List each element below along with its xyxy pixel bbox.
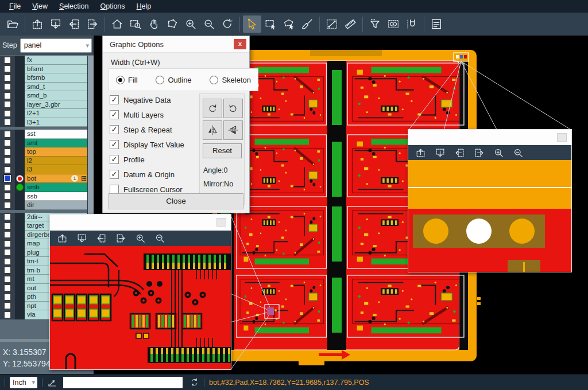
layer-visibility-checkbox[interactable]	[4, 119, 11, 126]
layer-name[interactable]: dir	[25, 201, 87, 210]
checkbox-icon[interactable]	[110, 155, 119, 164]
option-checkbox-row[interactable]: Multi Layers	[110, 107, 197, 122]
layer-name[interactable]: smd_t	[25, 83, 87, 92]
layer-name[interactable]: smd_b	[25, 91, 87, 100]
zoom-in-icon[interactable]	[135, 233, 146, 244]
rotate-cw-button[interactable]	[203, 99, 222, 118]
layer-visibility-checkbox[interactable]	[4, 213, 11, 220]
option-checkbox-row[interactable]: Profile	[110, 152, 197, 167]
select-cursor-button[interactable]	[243, 15, 261, 33]
layer-visibility-checkbox[interactable]	[4, 311, 11, 318]
refresh-icon[interactable]	[189, 377, 199, 387]
radio-icon[interactable]	[210, 76, 218, 84]
layer-name[interactable]: top	[25, 147, 87, 157]
option-checkbox-row[interactable]: Display Text Value	[110, 137, 197, 152]
option-checkbox-row[interactable]: Datum & Origin	[110, 167, 197, 182]
page-right-icon[interactable]	[474, 147, 485, 158]
dialog-titlebar[interactable]: Graphic Options x	[103, 36, 249, 53]
zoom-detail-view[interactable]	[408, 160, 571, 272]
layer-visibility-checkbox[interactable]	[4, 149, 11, 155]
zoom-window-button[interactable]	[126, 15, 145, 33]
zoom-polygon-button[interactable]	[163, 15, 181, 33]
layer-name[interactable]: l3	[25, 165, 87, 174]
radio-icon[interactable]	[116, 76, 125, 84]
layer-visibility-checkbox[interactable]	[4, 83, 11, 90]
layer-name[interactable]: smb	[25, 183, 87, 192]
page-right-button[interactable]	[83, 15, 102, 33]
window-button[interactable]	[216, 218, 226, 227]
checkbox-icon[interactable]	[110, 110, 119, 119]
filter-button[interactable]	[366, 15, 384, 33]
layer-visibility-checkbox[interactable]	[4, 240, 11, 247]
open-file-button[interactable]	[3, 15, 22, 33]
layer-visibility-checkbox[interactable]	[4, 139, 11, 146]
measure-distance-button[interactable]	[323, 15, 341, 33]
layer-visibility-checkbox[interactable]	[4, 193, 11, 200]
flip-vertical-button[interactable]	[223, 120, 243, 140]
zoom-in-button[interactable]	[181, 15, 200, 33]
layer-visibility-checkbox[interactable]	[4, 302, 11, 309]
layer-visibility-checkbox[interactable]	[4, 294, 11, 301]
layer-visibility-checkbox[interactable]	[4, 276, 11, 283]
home-view-button[interactable]	[108, 15, 126, 33]
zoom-in-icon[interactable]	[493, 147, 504, 158]
layer-visibility-checkbox[interactable]	[4, 184, 11, 191]
layer-visibility-checkbox[interactable]	[4, 231, 11, 238]
layer-name[interactable]: l2	[25, 157, 87, 166]
layer-visibility-checkbox[interactable]	[4, 223, 11, 229]
menu-item[interactable]: View	[26, 0, 53, 13]
zoom-window-titlebar[interactable]	[408, 130, 571, 145]
page-left-button[interactable]	[65, 15, 83, 33]
page-right-icon[interactable]	[115, 233, 126, 244]
layer-name[interactable]: smt	[25, 139, 87, 148]
view-options-button[interactable]	[384, 15, 403, 33]
zoom-window-titlebar[interactable]	[50, 214, 231, 231]
layer-name[interactable]: sst	[25, 130, 87, 139]
page-up-icon[interactable]	[415, 147, 426, 158]
layer-name[interactable]: layer_3.gbr	[25, 100, 87, 110]
layer-visibility-checkbox[interactable]	[4, 65, 11, 72]
command-input[interactable]	[63, 377, 183, 388]
close-icon[interactable]: x	[234, 39, 246, 49]
checkbox-icon[interactable]	[110, 170, 119, 179]
layer-name[interactable]: l2+1	[25, 109, 87, 118]
layer-visibility-checkbox[interactable]	[4, 57, 11, 64]
layer-table-button[interactable]	[427, 15, 446, 33]
menu-item[interactable]: Selection	[53, 0, 94, 13]
layer-visibility-checkbox[interactable]	[4, 267, 11, 274]
pan-hand-button[interactable]	[145, 15, 163, 33]
zoom-detail-view[interactable]	[50, 246, 231, 369]
close-button[interactable]: Close	[109, 193, 243, 209]
checkbox-icon[interactable]	[110, 95, 119, 104]
clear-brush-button[interactable]	[298, 15, 316, 33]
radio-icon[interactable]	[156, 76, 164, 84]
page-down-button[interactable]	[47, 15, 65, 33]
window-button[interactable]	[557, 133, 567, 142]
layer-visibility-checkbox[interactable]	[4, 166, 11, 173]
unit-dropdown[interactable]: Inch ▾	[10, 377, 37, 388]
reset-button[interactable]: Reset	[203, 143, 242, 158]
option-checkbox-row[interactable]: Negative Data	[110, 92, 197, 107]
layer-visibility-checkbox[interactable]	[4, 249, 11, 256]
layer-visibility-checkbox[interactable]	[4, 101, 11, 108]
menu-item[interactable]: Options	[94, 0, 130, 13]
zoom-out-icon[interactable]	[513, 147, 524, 158]
menu-item[interactable]: Help	[131, 0, 157, 13]
rect-select-button[interactable]	[261, 15, 280, 33]
page-up-icon[interactable]	[57, 233, 68, 244]
checkbox-icon[interactable]	[110, 125, 119, 134]
layer-name[interactable]: l3+1	[25, 118, 87, 127]
layer-name[interactable]: bfsmb	[25, 73, 87, 83]
rotate-ccw-button[interactable]	[223, 99, 243, 118]
page-down-icon[interactable]	[76, 233, 87, 244]
layer-name[interactable]: fx	[25, 56, 87, 65]
layer-visibility-checkbox[interactable]	[4, 284, 11, 291]
polygon-select-button[interactable]	[280, 15, 298, 33]
radio-option[interactable]: Fill	[116, 76, 138, 84]
page-down-icon[interactable]	[435, 147, 446, 158]
layer-name[interactable]: ssb	[25, 192, 87, 201]
radio-option[interactable]: Skeleton	[210, 76, 251, 84]
page-left-icon[interactable]	[96, 233, 107, 244]
layer-visibility-checkbox[interactable]	[4, 202, 11, 209]
layer-visibility-checkbox[interactable]	[4, 131, 11, 138]
